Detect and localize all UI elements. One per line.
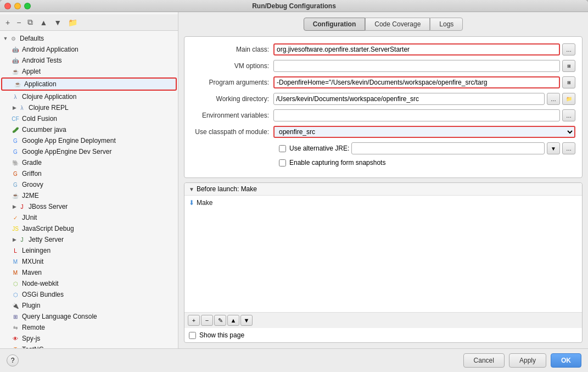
folder-button[interactable]: 📁 xyxy=(66,17,80,28)
app-icon: ☕ xyxy=(13,80,22,88)
alt-jre-dropdown[interactable]: ▼ xyxy=(547,142,560,154)
sidebar-item-clojure-repl[interactable]: ▶ λ Clojure REPL xyxy=(0,102,178,113)
env-vars-browse-button[interactable]: … xyxy=(562,109,575,121)
minimize-button[interactable] xyxy=(14,3,21,9)
sidebar-toolbar: + − ⧉ ▲ ▼ 📁 xyxy=(0,14,178,31)
close-button[interactable] xyxy=(4,3,11,9)
classpath-label: Use classpath of module: xyxy=(191,128,273,136)
move-down-button[interactable]: ▼ xyxy=(52,17,64,28)
sidebar-item-leiningen[interactable]: L Leiningen xyxy=(0,245,178,256)
bl-edit-button[interactable]: ✎ xyxy=(214,315,226,326)
working-dir-row: Working directory: … 📁 xyxy=(191,93,575,105)
main-class-row: Main class: … xyxy=(191,43,575,55)
tab-configuration[interactable]: Configuration xyxy=(304,18,366,31)
apply-button[interactable]: Apply xyxy=(509,353,546,368)
tab-code-coverage[interactable]: Code Coverage xyxy=(365,18,430,31)
osgi-icon: ⬡ xyxy=(11,290,20,299)
sidebar-item-griffon[interactable]: G Griffon xyxy=(0,168,178,179)
working-dir-input[interactable] xyxy=(273,93,545,105)
sidebar-item-jboss[interactable]: ▶ J JBoss Server xyxy=(0,201,178,212)
sidebar-item-google-ae-dev[interactable]: G Google AppEngine Dev Server xyxy=(0,146,178,157)
sidebar-item-gradle[interactable]: 🐘 Gradle xyxy=(0,157,178,168)
main-class-browse-button[interactable]: … xyxy=(562,43,575,55)
sidebar-item-node[interactable]: ⬡ Node-webkit xyxy=(0,278,178,289)
help-button[interactable]: ? xyxy=(7,354,19,367)
add-button[interactable]: + xyxy=(3,17,12,28)
remove-button[interactable]: − xyxy=(14,17,23,28)
sidebar-item-defaults[interactable]: ▼ ⚙ Defaults xyxy=(0,33,178,44)
working-dir-browse-button[interactable]: … xyxy=(547,93,560,105)
alt-jre-checkbox[interactable] xyxy=(279,145,286,152)
bl-add-button[interactable]: + xyxy=(188,315,200,326)
program-args-row: Program arguments: ⊞ xyxy=(191,76,575,88)
sidebar-item-testng[interactable]: T TestNG xyxy=(0,344,178,348)
griffon-icon: G xyxy=(11,169,20,178)
sidebar-item-remote[interactable]: ⇆ Remote xyxy=(0,322,178,333)
sidebar-label-remote: Remote xyxy=(22,324,45,331)
plugin-icon: 🔌 xyxy=(11,301,20,310)
alt-jre-browse-button[interactable]: … xyxy=(562,142,575,154)
sidebar-item-plugin[interactable]: 🔌 Plugin xyxy=(0,300,178,311)
sidebar-item-js-debug[interactable]: JS JavaScript Debug xyxy=(0,223,178,234)
sidebar-label-android-app: Android Application xyxy=(22,46,79,53)
sidebar-item-spy-js[interactable]: 👁 Spy-js xyxy=(0,333,178,344)
move-up-button[interactable]: ▲ xyxy=(37,17,49,28)
bottom-bar: ? Cancel Apply OK xyxy=(0,348,588,372)
program-args-input[interactable] xyxy=(273,76,560,88)
clojure-repl-icon: λ xyxy=(18,103,26,112)
sidebar-item-cucumber[interactable]: 🥒 Cucumber java xyxy=(0,124,178,135)
vm-options-input[interactable] xyxy=(273,60,560,72)
leiningen-icon: L xyxy=(11,246,20,255)
before-launch-header: ▼ Before launch: Make xyxy=(184,183,582,196)
gradle-icon: 🐘 xyxy=(11,158,20,167)
sidebar-item-j2me[interactable]: ☕ J2ME xyxy=(0,190,178,201)
expand-arrow-defaults: ▼ xyxy=(2,35,9,42)
sidebar-label-spy-js: Spy-js xyxy=(22,335,40,342)
capture-row: Enable capturing form snapshots xyxy=(191,159,575,166)
sidebar-item-osgi[interactable]: ⬡ OSGi Bundles xyxy=(0,289,178,300)
sidebar-label-mxunit: MXUnit xyxy=(22,258,43,265)
working-dir-label: Working directory: xyxy=(191,95,273,103)
sidebar-item-groovy[interactable]: G Groovy xyxy=(0,179,178,190)
show-page-checkbox[interactable] xyxy=(189,332,196,339)
bl-down-button[interactable]: ▼ xyxy=(240,315,253,326)
cancel-button[interactable]: Cancel xyxy=(463,353,505,368)
sidebar-item-android-tests[interactable]: 🤖 Android Tests xyxy=(0,55,178,66)
sidebar-item-qlc[interactable]: ⊞ Query Language Console xyxy=(0,311,178,322)
bl-remove-button[interactable]: − xyxy=(201,315,213,326)
main-class-input[interactable] xyxy=(273,43,560,55)
capture-checkbox[interactable] xyxy=(279,159,286,166)
mxunit-icon: M xyxy=(11,257,20,266)
sidebar-item-google-ae-deploy[interactable]: G Google App Engine Deployment xyxy=(0,135,178,146)
sidebar-item-clojure-app[interactable]: λ Clojure Application xyxy=(0,91,178,102)
copy-button[interactable]: ⧉ xyxy=(25,16,35,28)
expand-arrow-clojure: ▶ xyxy=(11,104,18,111)
sidebar-item-junit[interactable]: ✓ JUnit xyxy=(0,212,178,223)
sidebar-label-applet: Applet xyxy=(22,68,41,75)
working-dir-folder-button[interactable]: 📁 xyxy=(562,93,575,105)
classpath-select[interactable]: openfire_src xyxy=(273,126,575,138)
ok-button[interactable]: OK xyxy=(551,353,581,368)
sidebar-label-osgi: OSGi Bundles xyxy=(22,291,64,298)
sidebar-label-cucumber: Cucumber java xyxy=(22,126,66,134)
bl-up-button[interactable]: ▲ xyxy=(227,315,239,326)
sidebar-item-android-app[interactable]: 🤖 Android Application xyxy=(0,44,178,55)
sidebar-item-cold-fusion[interactable]: CF Cold Fusion xyxy=(0,113,178,124)
sidebar-item-applet[interactable]: ☕ Applet xyxy=(0,66,178,77)
google-dev-icon: G xyxy=(11,147,20,156)
env-vars-input[interactable] xyxy=(273,109,560,121)
program-args-expand-button[interactable]: ⊞ xyxy=(562,76,575,88)
sidebar-item-jetty[interactable]: ▶ J Jetty Server xyxy=(0,234,178,245)
maximize-button[interactable] xyxy=(24,3,31,9)
cold-fusion-icon: CF xyxy=(11,114,20,123)
sidebar-item-application[interactable]: ☕ Application xyxy=(1,77,177,91)
vm-options-expand-button[interactable]: ⊞ xyxy=(562,60,575,72)
sidebar-item-mxunit[interactable]: M MXUnit xyxy=(0,256,178,267)
sidebar-item-maven[interactable]: M Maven xyxy=(0,267,178,278)
launch-item-label: Make xyxy=(197,199,212,207)
tab-logs[interactable]: Logs xyxy=(430,18,463,31)
sidebar-label-griffon: Griffon xyxy=(22,170,42,177)
groovy-icon: G xyxy=(11,180,20,189)
node-icon: ⬡ xyxy=(11,279,20,288)
alt-jre-input[interactable] xyxy=(351,142,545,154)
